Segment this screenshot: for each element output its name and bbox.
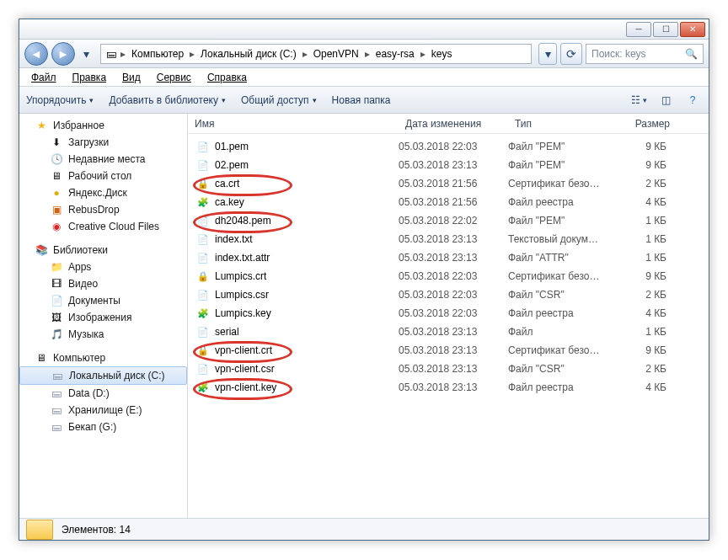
- star-icon: ★: [35, 119, 48, 132]
- file-row[interactable]: 📄index.txt05.03.2018 23:13Текстовый доку…: [188, 230, 709, 248]
- new-folder-button[interactable]: Новая папка: [332, 94, 391, 106]
- file-row[interactable]: 🧩Lumpics.key05.03.2018 22:03Файл реестра…: [188, 304, 709, 323]
- maximize-button[interactable]: ☐: [653, 22, 678, 37]
- breadcrumb[interactable]: 🖴 ▸ Компьютер ▸ Локальный диск (C:) ▸ Op…: [100, 44, 532, 64]
- chevron-down-icon: ▾: [313, 96, 317, 104]
- column-name[interactable]: Имя: [188, 118, 399, 130]
- menu-tools[interactable]: Сервис: [150, 70, 198, 85]
- music-icon: 🎵: [50, 328, 63, 341]
- file-row[interactable]: 📄serial05.03.2018 23:13Файл1 КБ: [188, 323, 709, 341]
- crumb-easy-rsa[interactable]: easy-rsa: [372, 45, 418, 63]
- back-button[interactable]: ◄: [24, 42, 48, 66]
- file-size: 1 КБ: [618, 252, 677, 264]
- file-name: index.txt: [215, 233, 253, 245]
- titlebar: ─ ☐ ✕: [19, 19, 709, 40]
- sidebar-item-images[interactable]: 🖼Изображения: [19, 309, 187, 326]
- sidebar-item-documents[interactable]: 📄Документы: [19, 292, 187, 309]
- file-rows: 📄01.pem05.03.2018 22:03Файл "PEM"9 КБ📄02…: [188, 134, 709, 518]
- column-header: Имя Дата изменения Тип Размер: [188, 114, 709, 134]
- view-options-button[interactable]: ☷ ▾: [629, 92, 648, 109]
- crumb-openvpn[interactable]: OpenVPN: [310, 45, 362, 63]
- file-row[interactable]: 📄01.pem05.03.2018 22:03Файл "PEM"9 КБ: [188, 137, 709, 156]
- file-size: 4 КБ: [618, 196, 677, 208]
- file-row[interactable]: 🔒vpn-client.crt05.03.2018 23:13Сертифика…: [188, 341, 709, 360]
- breadcrumb-dropdown[interactable]: ▾: [538, 43, 557, 65]
- file-row[interactable]: 📄Lumpics.csr05.03.2018 22:03Файл "CSR"2 …: [188, 285, 709, 304]
- computer-header[interactable]: 🖥Компьютер: [19, 349, 187, 366]
- sidebar-item-yandex[interactable]: ●Яндекс.Диск: [19, 184, 187, 201]
- help-button[interactable]: ?: [683, 92, 702, 109]
- image-icon: 🖼: [50, 311, 63, 324]
- libraries-header[interactable]: 📚Библиотеки: [19, 242, 187, 259]
- file-date: 05.03.2018 23:13: [399, 363, 508, 375]
- file-name-cell: 📄02.pem: [196, 158, 399, 172]
- file-type: Файл "PEM": [508, 159, 618, 171]
- file-name-cell: 📄serial: [196, 325, 399, 339]
- file-row[interactable]: 🧩ca.key05.03.2018 21:56Файл реестра4 КБ: [188, 193, 709, 211]
- file-name-cell: 🔒vpn-client.crt: [196, 344, 399, 357]
- history-dropdown[interactable]: ▾: [78, 43, 94, 65]
- file-icon: 🧩: [196, 307, 210, 320]
- chevron-right-icon: ▸: [188, 48, 196, 60]
- file-row[interactable]: 📄02.pem05.03.2018 23:13Файл "PEM"9 КБ: [188, 156, 709, 174]
- organize-button[interactable]: Упорядочить ▾: [26, 94, 94, 106]
- drive-icon: 🖴: [50, 403, 63, 417]
- crumb-disk-c[interactable]: Локальный диск (C:): [197, 45, 300, 63]
- refresh-button[interactable]: ⟳: [560, 43, 582, 65]
- status-text: Элементов: 14: [62, 524, 131, 536]
- sidebar-item-desktop[interactable]: 🖥Рабочий стол: [19, 168, 187, 184]
- sidebar-item-disk-c[interactable]: 🖴Локальный диск (C:): [19, 366, 187, 385]
- file-name: ca.key: [215, 196, 244, 208]
- sidebar-item-music[interactable]: 🎵Музыка: [19, 326, 187, 343]
- minimize-button[interactable]: ─: [626, 22, 651, 37]
- computer-icon: 🖥: [35, 351, 48, 365]
- add-to-library-button[interactable]: Добавить в библиотеку ▾: [109, 94, 226, 106]
- crumb-computer[interactable]: Компьютер: [128, 45, 187, 63]
- search-box[interactable]: Поиск: keys 🔍: [586, 44, 704, 64]
- forward-button[interactable]: ►: [51, 42, 75, 66]
- file-row[interactable]: 📄dh2048.pem05.03.2018 22:02Файл "PEM"1 К…: [188, 211, 709, 230]
- close-button[interactable]: ✕: [680, 22, 705, 37]
- file-date: 05.03.2018 22:03: [399, 289, 508, 301]
- sidebar-item-downloads[interactable]: ⬇Загрузки: [19, 134, 187, 151]
- menu-file[interactable]: Файл: [24, 70, 63, 85]
- sidebar-item-disk-g[interactable]: 🖴Бекап (G:): [19, 419, 187, 435]
- file-icon: 🔒: [196, 269, 210, 283]
- menu-edit[interactable]: Правка: [66, 70, 114, 85]
- menubar: Файл Правка Вид Сервис Справка: [19, 68, 709, 87]
- column-date[interactable]: Дата изменения: [399, 118, 508, 130]
- favorites-header[interactable]: ★Избранное: [19, 117, 187, 134]
- share-button[interactable]: Общий доступ ▾: [241, 94, 317, 106]
- drive-icon: 🖴: [104, 47, 118, 61]
- sidebar-item-apps[interactable]: 📁Apps: [19, 259, 187, 275]
- download-icon: ⬇: [50, 136, 63, 149]
- file-row[interactable]: 🧩vpn-client.key05.03.2018 23:13Файл реес…: [188, 378, 709, 397]
- file-date: 05.03.2018 23:13: [399, 233, 508, 245]
- file-size: 2 КБ: [618, 178, 677, 189]
- file-name: Lumpics.key: [215, 307, 271, 319]
- file-name: vpn-client.csr: [215, 363, 275, 375]
- file-type: Файл "PEM": [508, 141, 618, 152]
- sidebar-item-ccf[interactable]: ◉Creative Cloud Files: [19, 218, 187, 235]
- sidebar-item-disk-e[interactable]: 🖴Хранилище (E:): [19, 402, 187, 419]
- column-type[interactable]: Тип: [508, 118, 618, 130]
- sidebar-item-rebusdrop[interactable]: ▣RebusDrop: [19, 201, 187, 218]
- file-row[interactable]: 🔒Lumpics.crt05.03.2018 22:03Сертификат б…: [188, 267, 709, 285]
- preview-pane-button[interactable]: ◫: [656, 92, 675, 109]
- menu-view[interactable]: Вид: [115, 70, 147, 85]
- sidebar-item-video[interactable]: 🎞Видео: [19, 275, 187, 292]
- crumb-keys[interactable]: keys: [428, 45, 456, 63]
- file-type: Файл реестра: [508, 381, 618, 393]
- file-type: Текстовый докум…: [508, 233, 618, 245]
- explorer-window: ─ ☐ ✕ ◄ ► ▾ 🖴 ▸ Компьютер ▸ Локальный ди…: [19, 19, 709, 541]
- file-row[interactable]: 📄vpn-client.csr05.03.2018 23:13Файл "CSR…: [188, 360, 709, 378]
- file-date: 05.03.2018 22:02: [399, 215, 508, 227]
- file-name: 02.pem: [215, 159, 249, 171]
- menu-help[interactable]: Справка: [201, 70, 254, 85]
- column-size[interactable]: Размер: [618, 118, 677, 130]
- file-row[interactable]: 📄index.txt.attr05.03.2018 23:13Файл "ATT…: [188, 248, 709, 267]
- file-row[interactable]: 🔒ca.crt05.03.2018 21:56Сертификат безо…2…: [188, 174, 709, 193]
- sidebar-item-disk-d[interactable]: 🖴Data (D:): [19, 385, 187, 402]
- sidebar-item-recent[interactable]: 🕓Недавние места: [19, 151, 187, 168]
- file-name: Lumpics.crt: [215, 270, 266, 282]
